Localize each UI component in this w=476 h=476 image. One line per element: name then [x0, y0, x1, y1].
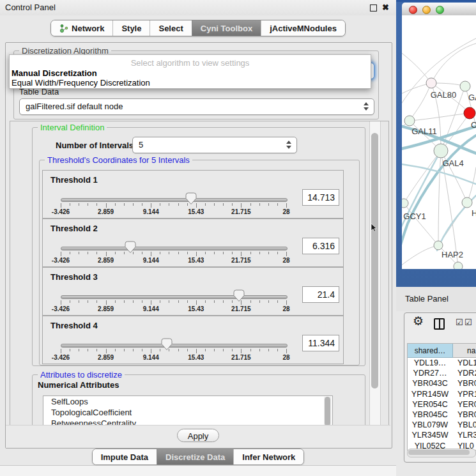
network-node[interactable]: [434, 241, 443, 250]
slider-thumb[interactable]: [185, 192, 197, 205]
network-edge: [402, 50, 431, 83]
network-node[interactable]: [460, 81, 470, 91]
tick-mark: [79, 203, 79, 206]
tick-mark: [214, 349, 215, 351]
dropdown-option-equal-width-frequency[interactable]: Equal Width/Frequency Discretization: [12, 78, 150, 88]
tick-mark: [124, 349, 125, 351]
gear-icon[interactable]: ⚙: [413, 315, 424, 327]
tick-mark: [214, 203, 215, 206]
tick-label: 9.144: [143, 354, 159, 361]
node-label: GCY1: [403, 211, 426, 221]
columns-icon[interactable]: [434, 318, 445, 330]
tick-mark: [268, 300, 269, 303]
tick-mark: [268, 203, 269, 206]
tick-mark: [259, 349, 260, 351]
tab-jactivemnodules[interactable]: jActiveMNodules: [261, 20, 345, 36]
cell-name: YBR0: [452, 378, 476, 388]
network-node[interactable]: [426, 78, 436, 88]
list-item[interactable]: SelfLoops: [43, 396, 332, 407]
tick-mark: [96, 252, 97, 254]
network-node[interactable]: [434, 144, 448, 158]
list-scrollbar[interactable]: [324, 397, 332, 426]
mouse-cursor: [371, 223, 378, 233]
slider-track[interactable]: [61, 247, 288, 250]
slider-thumb[interactable]: [161, 338, 173, 351]
tick-label: 28: [282, 354, 289, 361]
tab-impute-data[interactable]: Impute Data: [93, 449, 157, 464]
tab-style[interactable]: Style: [112, 20, 150, 36]
number-of-intervals-combo[interactable]: 5: [132, 137, 297, 153]
close-traffic-light-icon[interactable]: [409, 6, 417, 14]
tick-mark: [133, 300, 134, 303]
table-row[interactable]: YLR345WYLR3: [408, 430, 476, 440]
tick-mark: [241, 252, 242, 256]
network-node[interactable]: [464, 107, 475, 119]
network-node[interactable]: [402, 199, 408, 208]
tick-mark: [286, 349, 287, 353]
tick-mark: [196, 300, 197, 305]
table-row[interactable]: YPR145WYPR1: [408, 389, 476, 399]
checkbox-checked-icon[interactable]: ☑: [464, 318, 472, 327]
zoom-traffic-light-icon[interactable]: [436, 6, 444, 14]
tick-mark: [106, 203, 107, 208]
checkbox-checked-icon[interactable]: ☑: [456, 318, 463, 327]
slider-track[interactable]: [61, 295, 288, 299]
numerical-attributes-list[interactable]: SelfLoopsTopologicalCoefficientBetweenne…: [43, 395, 333, 426]
apply-button[interactable]: Apply: [177, 429, 220, 442]
network-window-titlebar[interactable]: [402, 3, 476, 16]
settings-vertical-scrollbar[interactable]: [369, 121, 381, 426]
tick-mark: [151, 203, 151, 208]
threshold-value-field[interactable]: 6.316: [302, 238, 339, 254]
slider-thumb[interactable]: [125, 241, 136, 254]
tab-cyni-toolbox[interactable]: Cyni Toolbox: [192, 20, 261, 36]
tab-select[interactable]: Select: [150, 20, 191, 36]
threshold-value-field[interactable]: 11.344: [302, 335, 339, 351]
node-label: HAP2: [441, 250, 463, 259]
close-icon[interactable]: ✖: [382, 3, 389, 12]
network-graph: GAL80GACGAL11GAL4GCY1HHAP2: [402, 15, 476, 269]
float-window-icon[interactable]: [370, 4, 377, 12]
network-node[interactable]: [454, 262, 463, 269]
slider-track[interactable]: [61, 198, 288, 202]
table-row[interactable]: YBL079WYBL0: [408, 420, 476, 430]
list-item[interactable]: TopologicalCoefficient: [43, 407, 332, 418]
tick-mark: [124, 300, 125, 303]
slider-track[interactable]: [61, 344, 288, 348]
tick-mark: [232, 252, 233, 254]
table-row[interactable]: YDR27…YDR2: [408, 368, 476, 378]
tick-mark: [96, 203, 97, 206]
tab-network[interactable]: Network: [51, 20, 112, 36]
tick-mark: [178, 300, 179, 303]
tick-mark: [70, 349, 70, 351]
tick-mark: [106, 300, 107, 305]
tick-label: 2.859: [98, 257, 114, 264]
table-row[interactable]: YBR043CYBR0: [408, 378, 476, 388]
tab-discretize-data[interactable]: Discretize Data: [157, 449, 233, 464]
table-row[interactable]: YDL19…YDL1: [408, 358, 476, 368]
tick-label: 28: [282, 208, 289, 215]
network-node[interactable]: [404, 116, 415, 126]
tick-mark: [160, 300, 160, 303]
scrollbar-thumb[interactable]: [408, 450, 470, 455]
network-canvas[interactable]: GAL80GACGAL11GAL4GCY1HHAP2: [402, 15, 476, 269]
tab-infer-network[interactable]: Infer Network: [233, 449, 303, 464]
table-horizontal-scrollbar[interactable]: [407, 449, 476, 457]
slider-thumb[interactable]: [233, 289, 245, 302]
table-row[interactable]: YBR045CYBR0: [408, 410, 476, 420]
network-edge: [431, 43, 476, 83]
network-icon: [59, 24, 68, 33]
tick-mark: [259, 300, 260, 303]
network-node[interactable]: [462, 197, 472, 208]
tick-label: 15.43: [188, 354, 204, 361]
tick-mark: [178, 349, 179, 351]
dropdown-option-manual-discretization[interactable]: Manual Discretization: [12, 68, 97, 78]
threshold-value-field[interactable]: 21.4: [302, 286, 339, 303]
table-data-combo[interactable]: galFiltered.sif default node: [19, 98, 374, 115]
threshold-value-field[interactable]: 14.713: [302, 189, 339, 206]
minimize-traffic-light-icon[interactable]: [422, 6, 431, 14]
column-header-name[interactable]: na: [453, 344, 476, 358]
column-header-shared[interactable]: shared…: [408, 344, 453, 358]
scrollbar-thumb[interactable]: [371, 133, 378, 388]
tab-group: Impute DataDiscretize DataInfer Network: [92, 449, 305, 465]
table-row[interactable]: YER054CYER0: [408, 399, 476, 410]
